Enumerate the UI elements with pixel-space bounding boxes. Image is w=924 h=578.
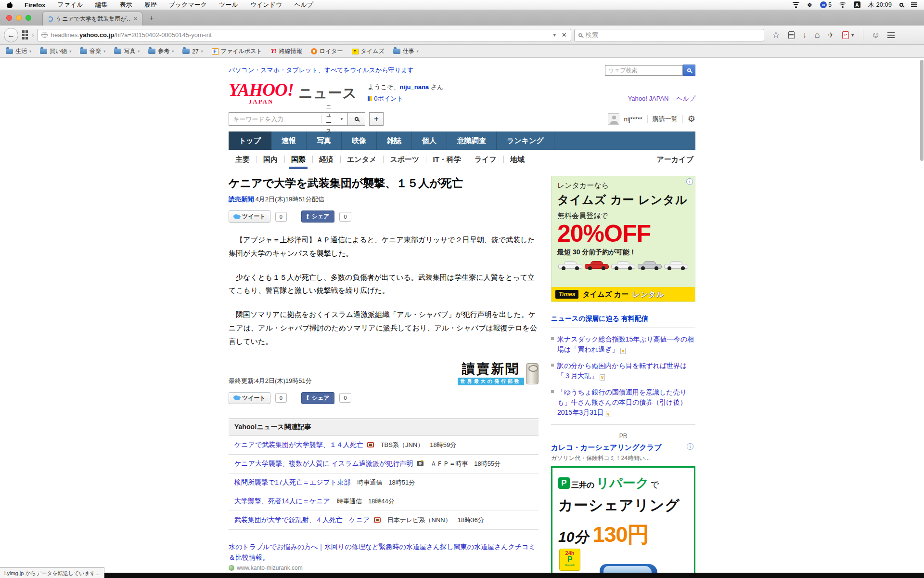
apple-menu-icon[interactable] [7, 2, 13, 8]
related-link[interactable]: ケニアで武装集団が大学襲撃、１４人死亡 [234, 441, 363, 449]
help-link[interactable]: ヘルプ [676, 95, 695, 102]
nav-tab-personal[interactable]: 個人 [412, 131, 447, 150]
feedback-smiley-icon[interactable]: ☺ [872, 30, 880, 40]
spotlight-icon[interactable] [899, 3, 903, 7]
subscriptions-link[interactable]: 購読一覧 [653, 115, 678, 123]
facebook-share-button[interactable]: fシェア [301, 392, 335, 404]
home-icon[interactable]: ⌂ [815, 30, 820, 40]
notification-center-icon[interactable] [911, 2, 917, 7]
tab-close-icon[interactable]: × [134, 15, 137, 22]
adchoices-icon[interactable]: i [686, 178, 693, 185]
menu-help[interactable]: ヘルプ [294, 0, 313, 9]
reading-list-icon[interactable] [788, 31, 795, 39]
wifi-icon[interactable] [839, 2, 846, 8]
tweet-button[interactable]: ツイート [229, 392, 270, 404]
back-button[interactable]: ← [4, 28, 18, 42]
web-search-input[interactable] [605, 65, 683, 76]
stop-loading-icon[interactable]: ✕ [562, 31, 567, 39]
url-bar[interactable]: headlines.yahoo.co.jp/hl?a=20150402-0005… [37, 29, 571, 41]
times-car-rental-ad[interactable]: i レンタカーなら タイムズ カー レンタル 無料会員登録で 20%OFF 最短… [551, 176, 695, 302]
news-search-button[interactable] [348, 112, 365, 126]
subnav-domestic[interactable]: 国内 [257, 150, 284, 169]
yomiuri-logo[interactable]: 讀賣新聞 世界最大の発行部数 [458, 362, 539, 385]
menu-history[interactable]: 履歴 [144, 0, 157, 9]
subnav-it-science[interactable]: IT・科学 [426, 150, 467, 169]
nav-tab-flash[interactable]: 速報 [271, 131, 307, 150]
nav-tab-poll[interactable]: 意識調査 [447, 131, 497, 150]
creative-cloud-icon[interactable]: ∞5 [820, 1, 832, 8]
bookmark-transit[interactable]: Y!路線情報 [271, 47, 302, 55]
related-link[interactable]: 武装集団が大学で銃乱射、４人死亡 ケニア [234, 516, 370, 525]
menubar-clock[interactable]: 木 20:09 [868, 0, 892, 9]
menu-edit[interactable]: 編集 [95, 0, 108, 9]
subnav-sports[interactable]: スポーツ [383, 150, 426, 169]
nav-tab-video[interactable]: 映像 [342, 131, 377, 150]
browser-tab[interactable]: ケニアで大学を武装集団が… × [42, 12, 142, 26]
yahoo-japan-link[interactable]: Yahoo! JAPAN [628, 95, 669, 102]
bookmark-folder-photo[interactable]: 写真▾ [114, 47, 140, 55]
menu-file[interactable]: ファイル [57, 0, 83, 9]
adchoices-icon[interactable]: i [687, 443, 693, 450]
tab-groups-icon[interactable] [21, 29, 29, 40]
search-input[interactable] [586, 31, 760, 39]
nav-tab-photo[interactable]: 写真 [307, 131, 342, 150]
dropbox-icon[interactable]: ❖ [807, 1, 813, 9]
repark-ad-box[interactable]: P 三井の リパーク で カーシェアリング 10分 130円 24h P [551, 466, 695, 578]
gear-icon[interactable]: ⚙ [688, 114, 695, 124]
menu-bookmarks[interactable]: ブックマーク [169, 0, 207, 9]
bookmark-filepost[interactable]: Fファイルポスト [212, 47, 262, 55]
subnav-entertainment[interactable]: エンタメ [340, 150, 383, 169]
careco-title-link[interactable]: カレコ・カーシェアリングクラブ [551, 443, 695, 452]
tweet-button[interactable]: ツイート [229, 210, 270, 223]
sponsored-link[interactable]: 水のトラブルでお悩みの方へ｜水回りの修理など緊急時の水道屋さん探し関東の水道屋さ… [229, 543, 536, 561]
site-identity-globe-icon[interactable] [41, 32, 48, 38]
scrollbar-thumb[interactable] [920, 60, 924, 161]
account-id[interactable]: nij***** [624, 116, 642, 123]
minimize-window-button[interactable] [16, 15, 22, 21]
hotspot-icon[interactable] [793, 2, 799, 8]
bookmark-folder-work[interactable]: 仕事▾ [393, 47, 419, 55]
source-link[interactable]: 読売新聞 [229, 196, 254, 203]
web-search-button[interactable] [683, 65, 695, 76]
points-link[interactable]: 0ポイント [368, 94, 443, 103]
related-link[interactable]: ケニア大学襲撃、複数が人質に イスラム過激派が犯行声明 [234, 460, 413, 468]
bookmark-folder-music[interactable]: 音楽▾ [80, 47, 105, 55]
bookmark-folder-shopping[interactable]: 買い物▾ [40, 47, 71, 55]
bookmark-folder-life[interactable]: 生活▾ [6, 47, 31, 55]
nav-tab-magazine[interactable]: 雑誌 [377, 131, 412, 150]
pdf-tool-icon[interactable]: P▼ [842, 31, 855, 39]
subnav-major[interactable]: 主要 [229, 150, 257, 169]
archive-link[interactable]: アーカイブ [657, 155, 695, 164]
subnav-international[interactable]: 国際 [284, 150, 312, 169]
menu-app-name[interactable]: Firefox [25, 1, 45, 9]
bookmark-times[interactable]: Tタイムズ [352, 47, 385, 55]
add-search-button[interactable]: + [369, 112, 384, 126]
paid-news-link[interactable]: 「ゆうちょ銀行の国債運用を意識した売りも」牛さん熊さんの本日の債券（引け後）20… [557, 388, 687, 416]
subnav-life[interactable]: ライフ [468, 150, 503, 169]
nav-tab-ranking[interactable]: ランキング [497, 131, 554, 150]
yahoo-logo[interactable]: YAHOO! JAPAN [229, 81, 294, 105]
send-tab-icon[interactable]: ✈ [828, 31, 834, 39]
subnav-region[interactable]: 地域 [503, 150, 531, 169]
menu-window[interactable]: ウインドウ [250, 0, 282, 9]
username-link[interactable]: niju_nana [399, 83, 429, 91]
search-scope-dropdown[interactable]: ニュース▼ [321, 115, 347, 123]
nav-tab-top[interactable]: トップ [229, 131, 271, 150]
bookmark-reuters[interactable]: ロイター [311, 47, 343, 55]
news-search-input[interactable] [229, 116, 321, 123]
new-tab-button[interactable]: + [145, 14, 157, 23]
related-link[interactable]: 大学襲撃、死者14人に＝ケニア [234, 497, 330, 506]
zoom-window-button[interactable] [26, 15, 31, 21]
avatar[interactable] [608, 113, 619, 125]
bookmark-folder-reference[interactable]: 参考▾ [148, 47, 174, 55]
related-link[interactable]: 検問所襲撃で17人死亡＝エジプト東部 [234, 478, 350, 487]
subnav-economy[interactable]: 経済 [312, 150, 340, 169]
url-history-dropdown-icon[interactable]: ▼ [552, 33, 557, 38]
security-promo-link[interactable]: パソコン・スマホ・タブレット、すべてをウイルスから守ります [229, 66, 414, 75]
bookmark-star-icon[interactable]: ☆ [772, 30, 780, 39]
careco-ad[interactable]: i カレコ・カーシェアリングクラブ ガソリン代・保険料コミ！24時間い... P… [551, 443, 695, 578]
downloads-icon[interactable]: ↓ [803, 31, 807, 39]
paid-news-header[interactable]: ニュースの深層に迫る 有料配信 [551, 315, 695, 328]
paid-news-link[interactable]: 訳の分からぬ国内から目を転ずれば世界は「３月大乱」 [557, 362, 687, 380]
menu-view[interactable]: 表示 [120, 0, 132, 9]
